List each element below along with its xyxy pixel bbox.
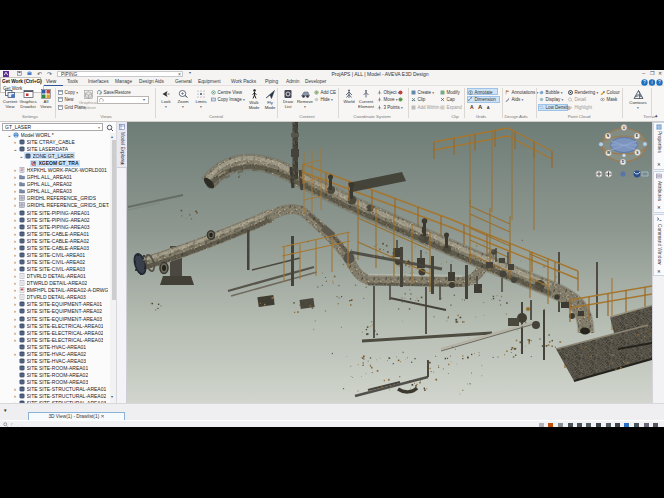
svg-text:i: i xyxy=(652,80,653,85)
